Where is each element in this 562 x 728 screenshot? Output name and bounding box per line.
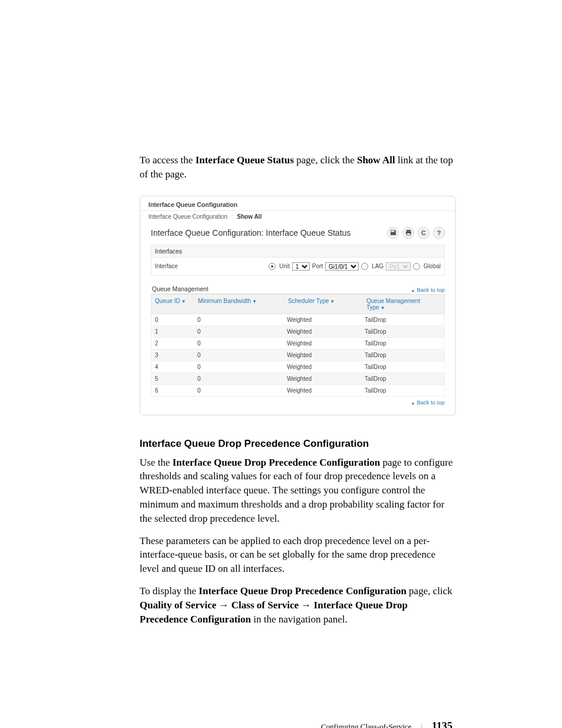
cell-min-bandwidth: 0 (194, 326, 283, 337)
table-row: 10WeightedTailDrop (151, 326, 445, 338)
refresh-icon[interactable]: C (418, 227, 429, 239)
cell-queue-id: 0 (151, 314, 194, 325)
section-heading: Interface Queue Drop Precedence Configur… (140, 438, 456, 450)
cell-scheduler-type: Weighted (283, 326, 361, 337)
back-to-top-link-bottom[interactable]: Back to top (411, 399, 445, 407)
cell-scheduler-type: Weighted (283, 350, 361, 361)
cell-queue-id: 1 (151, 326, 194, 337)
cell-min-bandwidth: 0 (194, 350, 283, 361)
help-icon[interactable]: ? (433, 227, 445, 239)
svg-rect-2 (406, 233, 410, 236)
table-row: 00WeightedTailDrop (151, 314, 445, 326)
cell-queue-mgmt-type: TailDrop (361, 314, 444, 325)
cell-scheduler-type: Weighted (283, 361, 361, 373)
port-select[interactable]: Gi1/0/1 (325, 262, 359, 271)
window-title: Interface Queue Configuration (140, 197, 455, 210)
interface-label: Interface (155, 263, 255, 269)
breadcrumb: Interface Queue Configuration : Show All (140, 210, 455, 226)
cell-queue-id: 5 (151, 373, 194, 384)
cell-scheduler-type: Weighted (283, 385, 361, 396)
unit-radio[interactable] (269, 263, 276, 270)
cell-min-bandwidth: 0 (194, 361, 283, 373)
table-row: 20WeightedTailDrop (151, 338, 445, 350)
unit-select[interactable]: 1 (292, 262, 310, 271)
cell-min-bandwidth: 0 (194, 373, 283, 384)
col-queue-id[interactable]: Queue ID (155, 298, 180, 304)
cell-queue-mgmt-type: TailDrop (361, 385, 444, 396)
cell-queue-mgmt-type: TailDrop (361, 361, 444, 373)
table-row: 60WeightedTailDrop (151, 385, 445, 397)
col-scheduler-type[interactable]: Scheduler Type (288, 298, 329, 304)
cell-queue-mgmt-type: TailDrop (361, 373, 444, 384)
cell-queue-id: 2 (151, 338, 194, 349)
cell-queue-mgmt-type: TailDrop (361, 338, 444, 349)
section2-p2: These parameters can be applied to each … (140, 534, 456, 576)
table-row: 50WeightedTailDrop (151, 373, 445, 385)
lag-select: Po1 (386, 262, 411, 271)
interface-selector-row: Interface Unit 1 Port Gi1/0/1 LAG Po1 Gl… (151, 258, 445, 276)
cell-queue-id: 6 (151, 385, 194, 396)
lag-radio[interactable] (361, 263, 368, 270)
col-min-bandwidth[interactable]: Minimum Bandwidth (198, 298, 251, 304)
section2-p3: To display the Interface Queue Drop Prec… (140, 584, 456, 626)
table-row: 40WeightedTailDrop (151, 361, 445, 373)
back-to-top-link[interactable]: Back to top (411, 286, 445, 294)
intro-paragraph: To access the Interface Queue Status pag… (140, 153, 456, 182)
section2-p1: Use the Interface Queue Drop Precedence … (140, 456, 456, 526)
cell-queue-mgmt-type: TailDrop (361, 326, 444, 337)
queue-management-label: Queue Management (151, 283, 411, 294)
cell-min-bandwidth: 0 (194, 385, 283, 396)
cell-scheduler-type: Weighted (283, 373, 361, 384)
cell-scheduler-type: Weighted (283, 338, 361, 349)
cell-min-bandwidth: 0 (194, 314, 283, 325)
svg-rect-0 (406, 230, 410, 232)
cell-queue-mgmt-type: TailDrop (361, 350, 444, 361)
cell-queue-id: 4 (151, 361, 194, 373)
global-radio[interactable] (413, 263, 420, 270)
page-footer: Configuring Class-of-Service | 1135 (140, 720, 456, 728)
ui-screenshot-panel: Interface Queue Configuration Interface … (140, 196, 456, 416)
cell-queue-id: 3 (151, 350, 194, 361)
footer-page-number: 1135 (432, 720, 452, 728)
table-header: Queue ID▼ Minimum Bandwidth▼ Scheduler T… (151, 294, 445, 314)
print-icon[interactable] (402, 227, 414, 239)
save-icon[interactable] (387, 227, 399, 239)
cell-min-bandwidth: 0 (194, 338, 283, 349)
footer-chapter: Configuring Class-of-Service (321, 722, 411, 728)
table-row: 30WeightedTailDrop (151, 350, 445, 361)
interfaces-section-label: Interfaces (151, 245, 445, 258)
col-queue-mgmt-type[interactable]: Queue Management Type (366, 298, 420, 311)
panel-title: Interface Queue Configuration: Interface… (151, 228, 351, 238)
cell-scheduler-type: Weighted (283, 314, 361, 325)
